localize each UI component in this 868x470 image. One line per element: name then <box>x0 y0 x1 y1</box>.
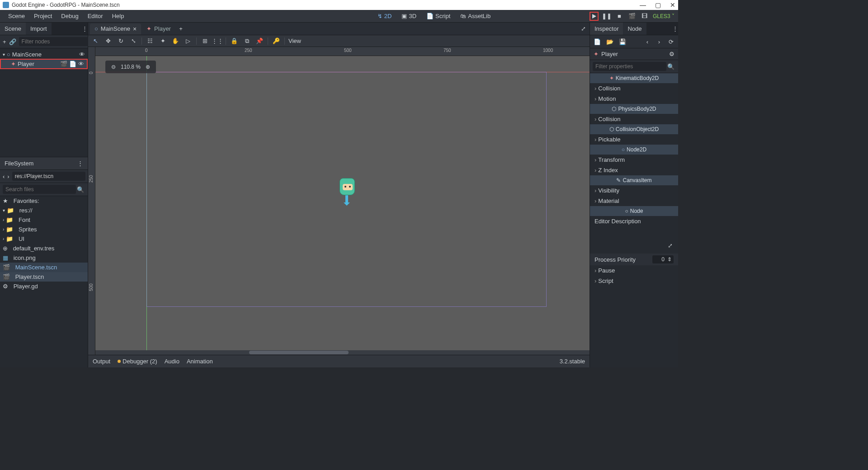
ruler-tool-icon[interactable]: ▷ <box>184 37 193 46</box>
open-resource-icon[interactable]: 📂 <box>605 37 614 46</box>
workspace-assetlib[interactable]: 🛍 AssetLib <box>457 11 494 21</box>
menu-scene[interactable]: Scene <box>4 11 29 21</box>
class-physicsbody2d[interactable]: ⬡PhysicsBody2D <box>590 104 678 114</box>
search-icon[interactable]: 🔍 <box>76 185 85 194</box>
maximize-icon[interactable]: ▢ <box>655 1 661 9</box>
folder-row[interactable]: ›📁 Font <box>0 215 88 225</box>
scale-tool-icon[interactable]: ⤡ <box>129 37 138 46</box>
bone-icon[interactable]: 📌 <box>255 37 264 46</box>
scene-player-node[interactable]: ✦ Player 🎬 📄 👁 <box>0 59 88 69</box>
tab-inspector[interactable]: Inspector <box>590 23 623 35</box>
zoom-value[interactable]: 110.8 % <box>121 64 141 70</box>
pan-tool-icon[interactable]: ✋ <box>171 37 180 46</box>
zoom-in-icon[interactable]: ⊕ <box>143 62 152 71</box>
folder-row[interactable]: ›📁 UI <box>0 234 88 244</box>
group-collision[interactable]: Collision <box>590 114 678 124</box>
list-select-icon[interactable]: ☷ <box>146 37 155 46</box>
object-menu-icon[interactable]: ⚙ <box>669 51 675 57</box>
file-row[interactable]: 🎬 Player.tscn <box>0 272 88 282</box>
anim-key-icon[interactable]: 🔑 <box>272 37 281 46</box>
viewport-canvas[interactable]: 0 250 500 0 250 500 750 1000 ⊖ 110.8 % ⊕ <box>88 47 590 355</box>
group-icon[interactable]: ⧉ <box>242 37 251 46</box>
history-list-icon[interactable]: ⟳ <box>666 37 675 46</box>
play-scene-button[interactable]: 🎬 <box>627 12 637 21</box>
rotate-tool-icon[interactable]: ↻ <box>116 37 125 46</box>
workspace-3d[interactable]: ▣ 3D <box>398 11 420 21</box>
group-transform[interactable]: Transform <box>590 155 678 165</box>
bottom-tab-audio[interactable]: Audio <box>165 358 179 365</box>
pause-button[interactable]: ❚❚ <box>602 12 611 21</box>
workspace-2d[interactable]: ↯ 2D <box>374 11 396 21</box>
player-sprite[interactable] <box>340 178 355 203</box>
search-files-input[interactable] <box>3 185 76 194</box>
nav-forward-icon[interactable]: › <box>7 172 9 181</box>
collapse-icon[interactable]: ▾ <box>3 52 5 57</box>
play-button[interactable] <box>590 12 599 21</box>
workspace-script[interactable]: 📄 Script <box>423 11 454 21</box>
folder-row[interactable]: ›📁 Sprites <box>0 225 88 234</box>
renderer-selector[interactable]: GLES3 ˅ <box>653 13 675 19</box>
search-icon[interactable]: 🔍 <box>666 62 675 71</box>
tab-import-dock[interactable]: Import <box>26 23 52 35</box>
class-collisionobject2d[interactable]: ⬡CollisionObject2D <box>590 124 678 134</box>
dock-menu-icon[interactable]: ⋮ <box>82 25 88 32</box>
lock-icon[interactable]: 🔒 <box>230 37 239 46</box>
file-row[interactable]: ⊕ default_env.tres <box>0 244 88 253</box>
link-node-icon[interactable]: 🔗 <box>9 37 16 46</box>
group-pickable[interactable]: Pickable <box>590 134 678 145</box>
class-kinematicbody2d[interactable]: ✦KinematicBody2D <box>590 73 678 83</box>
new-scene-tab-icon[interactable]: + <box>176 24 185 33</box>
version-label[interactable]: 3.2.stable <box>560 358 585 365</box>
minimize-icon[interactable]: — <box>640 1 646 9</box>
group-script[interactable]: Script <box>590 276 678 286</box>
group-pause[interactable]: Pause <box>590 265 678 276</box>
group-zindex[interactable]: Z Index <box>590 165 678 175</box>
file-row[interactable]: 🎬 MainScene.tscn <box>0 263 88 272</box>
script-icon[interactable]: 📄 <box>69 61 76 67</box>
filter-nodes-input[interactable] <box>19 37 92 46</box>
file-row[interactable]: ⚙ Player.gd <box>0 282 88 291</box>
tab-scene-dock[interactable]: Scene <box>0 23 26 35</box>
res-root-row[interactable]: ▾📁 res:// <box>0 206 88 215</box>
snap-toggle-icon[interactable]: ⊞ <box>200 37 209 46</box>
save-resource-icon[interactable]: 💾 <box>618 37 627 46</box>
close-window-icon[interactable]: ✕ <box>670 1 675 9</box>
load-resource-icon[interactable]: 📄 <box>593 37 602 46</box>
class-canvasitem[interactable]: ✎CanvasItem <box>590 175 678 185</box>
select-tool-icon[interactable]: ↖ <box>91 37 100 46</box>
bottom-tab-debugger[interactable]: Debugger (2) <box>118 358 157 365</box>
dock-menu-icon[interactable]: ⋮ <box>672 25 678 32</box>
filter-properties-input[interactable] <box>593 62 666 71</box>
expand-textarea-icon[interactable]: ⤢ <box>665 241 675 250</box>
move-tool-icon[interactable]: ✥ <box>104 37 113 46</box>
zoom-out-icon[interactable]: ⊖ <box>109 62 118 71</box>
close-tab-icon[interactable]: × <box>133 25 137 33</box>
menu-project[interactable]: Project <box>29 11 57 21</box>
path-input[interactable] <box>12 172 85 181</box>
group-material[interactable]: Material <box>590 196 678 206</box>
scene-tab-player[interactable]: ✦ Player <box>142 24 175 34</box>
instance-icon[interactable]: 🎬 <box>60 61 67 67</box>
group-motion[interactable]: Motion <box>590 94 678 104</box>
bottom-tab-output[interactable]: Output <box>93 358 110 365</box>
nav-back-icon[interactable]: ‹ <box>3 172 5 181</box>
stop-button[interactable]: ■ <box>615 12 624 21</box>
class-node[interactable]: ○Node <box>590 206 678 216</box>
tab-node[interactable]: Node <box>623 23 646 35</box>
visibility-icon[interactable]: 👁 <box>78 61 84 67</box>
menu-editor[interactable]: Editor <box>83 11 108 21</box>
bottom-tab-animation[interactable]: Animation <box>187 358 213 365</box>
group-collision[interactable]: Collision <box>590 83 678 94</box>
file-row[interactable]: ▦ icon.png <box>0 253 88 263</box>
process-priority-value[interactable]: 0⇕ <box>652 255 674 263</box>
scene-root-node[interactable]: ▾ ○ MainScene 👁 <box>0 50 88 59</box>
history-forward-icon[interactable]: › <box>655 37 664 46</box>
visibility-icon[interactable]: 👁 <box>79 51 85 58</box>
favorites-row[interactable]: ★ Favorites: <box>0 196 88 206</box>
menu-debug[interactable]: Debug <box>57 11 83 21</box>
snap-options-icon[interactable]: ⋮⋮ <box>213 37 222 46</box>
menu-help[interactable]: Help <box>108 11 129 21</box>
group-visibility[interactable]: Visibility <box>590 185 678 196</box>
scene-tab-mainscene[interactable]: ○ MainScene × <box>90 24 141 34</box>
add-node-icon[interactable]: + <box>3 37 6 46</box>
